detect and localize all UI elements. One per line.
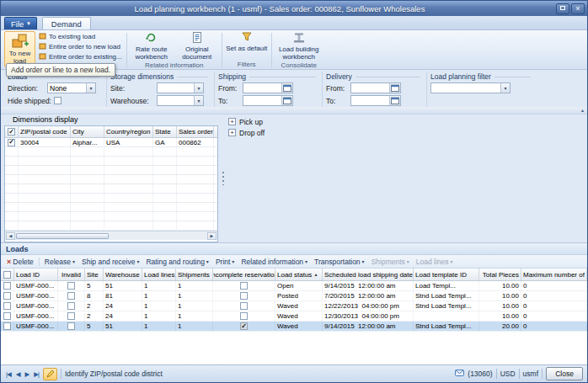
tab-demand[interactable]: Demand (42, 17, 91, 29)
loads-row[interactable]: USMF-000...55111Open9/14/2015 12:00:00 a… (1, 281, 587, 291)
scroll-right-icon[interactable]: ▶ (207, 232, 216, 240)
col-load-id[interactable]: Load ID (14, 269, 58, 280)
entire-order-to-existing-load-button[interactable]: Entire order to existing... (37, 52, 124, 61)
loads-row-checkbox[interactable] (3, 302, 11, 310)
loads-row[interactable]: USMF-000...88111Posted7/20/2015 12:00:00… (1, 291, 587, 301)
col-max-freight[interactable]: Maximum number of freight pi (521, 269, 587, 280)
col-sales-order[interactable]: Sales order (177, 126, 214, 137)
incomplete-reservation-checkbox[interactable] (240, 322, 248, 330)
calendar-icon[interactable] (281, 96, 292, 105)
col-incomplete-reservation[interactable]: Incomplete reservation (213, 269, 275, 280)
incomplete-reservation-checkbox[interactable] (240, 292, 248, 300)
col-site[interactable]: Site (85, 269, 104, 280)
ship-and-receive-menu-button[interactable]: Ship and receive▾ (79, 256, 142, 268)
dims-row[interactable]: 30004Alphar...USAGA000862 (5, 138, 217, 147)
select-all-checkbox[interactable] (3, 271, 11, 279)
col-state[interactable]: State (153, 126, 177, 137)
col-shipments[interactable]: Shipments (176, 269, 213, 280)
loads-row-checkbox[interactable] (3, 312, 11, 320)
loads-row-checkbox[interactable] (3, 322, 11, 330)
dims-row-checkbox[interactable] (8, 139, 15, 146)
select-all-checkbox[interactable] (8, 128, 15, 136)
notifications-count[interactable]: (13060) (468, 370, 492, 378)
collapsed-scrollbar[interactable]: ▲ (1, 107, 587, 114)
expand-plus-icon[interactable]: + (228, 118, 236, 125)
related-information-menu-button[interactable]: Related information▾ (238, 256, 310, 268)
nav-previous-record-button[interactable]: ◀ (15, 370, 21, 378)
invalid-checkbox[interactable] (67, 292, 75, 300)
tree-item-pick-up[interactable]: + Pick up (228, 116, 584, 127)
loads-row[interactable]: USMF-000...55111Waved9/14/2015 12:00:00 … (1, 322, 587, 332)
load-planning-filter-combobox[interactable]: ▾ (430, 82, 510, 93)
delivery-to-datefield[interactable] (350, 95, 401, 106)
shipping-from-datefield[interactable] (243, 82, 293, 93)
entire-order-to-new-load-button[interactable]: Entire order to new load (37, 42, 124, 51)
print-menu-button[interactable]: Print▾ (213, 256, 238, 268)
delete-button[interactable]: × Delete (4, 256, 36, 268)
expand-plus-icon[interactable]: + (228, 129, 236, 136)
close-button[interactable]: Close (546, 367, 583, 380)
col-country-region[interactable]: Country/region (104, 126, 153, 137)
dims-horizontal-scrollbar[interactable]: ◀ ▶ (5, 231, 217, 240)
nav-next-record-button[interactable]: ▶ (24, 370, 30, 378)
col-load-lines[interactable]: Load lines (142, 269, 176, 280)
currency-indicator[interactable]: USD (500, 370, 516, 378)
col-total-pieces[interactable]: Total Pieces (479, 269, 521, 280)
calendar-icon[interactable] (389, 83, 400, 93)
to-existing-load-button[interactable]: To existing load (37, 32, 124, 41)
site-label: Site: (110, 84, 154, 93)
incomplete-reservation-checkbox[interactable] (240, 282, 248, 290)
set-as-default-button[interactable]: Set as default (225, 31, 269, 54)
loads-row-checkbox[interactable] (3, 292, 11, 300)
direction-combobox[interactable]: None ▾ (47, 82, 96, 93)
incomplete-reservation-checkbox[interactable] (240, 302, 248, 310)
col-load-status[interactable]: Load status▲ (275, 269, 323, 280)
tree-item-drop-off[interactable]: + Drop off (228, 127, 584, 138)
loads-row-checkbox[interactable] (3, 282, 11, 290)
shipping-to-datefield[interactable] (243, 95, 293, 106)
delivery-from-datefield[interactable] (350, 82, 401, 93)
scroll-thumb[interactable] (16, 233, 109, 239)
col-zip-postal-code[interactable]: ZIP/postal code (19, 126, 71, 137)
site-combobox[interactable]: ▾ (157, 82, 204, 93)
invalid-checkbox[interactable] (67, 322, 75, 330)
invalid-checkbox[interactable] (67, 312, 75, 320)
chevron-down-icon[interactable]: ▾ (86, 83, 95, 93)
rate-route-icon (145, 32, 158, 45)
chevron-down-icon[interactable]: ▾ (500, 83, 510, 93)
window-close-button[interactable]: × (571, 3, 585, 14)
company-indicator[interactable]: usmf (523, 370, 538, 378)
col-warehouse[interactable]: Warehouse (104, 269, 142, 280)
edit-mode-toggle[interactable] (43, 368, 57, 380)
incomplete-reservation-checkbox[interactable] (240, 312, 248, 320)
transportation-menu-button[interactable]: Transportation▾ (312, 256, 367, 268)
chevron-down-icon[interactable]: ▾ (194, 83, 203, 93)
original-document-button[interactable]: Original document (175, 31, 219, 61)
rate-route-workbench-button[interactable]: Rate route workbench (130, 31, 174, 61)
scroll-up-icon[interactable]: ▲ (580, 109, 585, 113)
hide-shipped-checkbox[interactable] (54, 97, 61, 104)
loads-row[interactable]: USMF-000...22411Waved12/30/2013 04:00:00… (1, 311, 587, 322)
chevron-down-icon[interactable]: ▾ (194, 96, 203, 105)
load-building-workbench-button[interactable]: Load building workbench (275, 31, 323, 61)
vertical-splitter[interactable] (218, 114, 228, 242)
notifications-icon[interactable] (455, 369, 464, 379)
col-scheduled-load-shipping[interactable]: Scheduled load shipping date and time (323, 269, 414, 280)
invalid-checkbox[interactable] (67, 302, 75, 310)
warehouse-combobox[interactable]: ▾ (157, 95, 204, 106)
nav-last-record-button[interactable]: ▶| (33, 370, 40, 378)
nav-first-record-button[interactable]: |◀ (5, 370, 12, 378)
rating-and-routing-menu-button[interactable]: Rating and routing▾ (143, 256, 211, 268)
col-invalid[interactable]: Invalid (58, 269, 85, 280)
col-city[interactable]: City (71, 126, 104, 137)
col-load-template-id[interactable]: Load template ID (414, 269, 479, 280)
loads-row[interactable]: USMF-000...22411Waved12/22/2013 04:00:00… (1, 301, 587, 311)
calendar-icon[interactable] (281, 83, 292, 93)
file-menu-button[interactable]: File ▾ (4, 17, 37, 29)
to-new-load-button[interactable]: To new load (4, 31, 35, 67)
scroll-left-icon[interactable]: ◀ (6, 232, 15, 240)
window-restore-button[interactable] (556, 3, 569, 14)
release-menu-button[interactable]: Release▾ (42, 256, 78, 268)
calendar-icon[interactable] (389, 96, 400, 105)
invalid-checkbox[interactable] (67, 282, 75, 290)
